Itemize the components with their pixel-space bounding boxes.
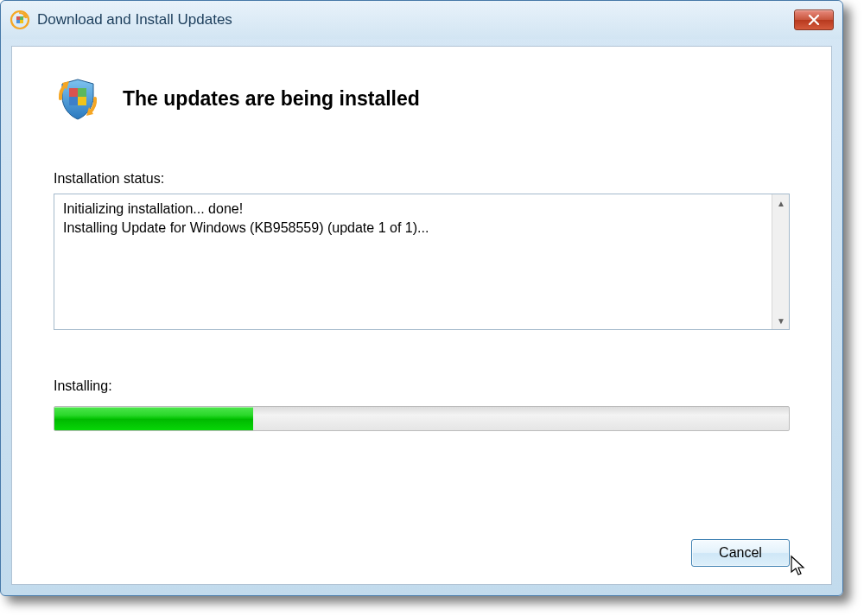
cancel-button[interactable]: Cancel	[691, 539, 790, 567]
window-title: Download and Install Updates	[37, 11, 794, 29]
scroll-down-icon[interactable]: ▼	[774, 314, 788, 327]
dialog-window: Download and Install Updates	[0, 0, 843, 596]
scroll-up-icon[interactable]: ▲	[774, 196, 788, 210]
svg-rect-6	[69, 88, 78, 97]
content-panel: The updates are being installed Installa…	[11, 46, 832, 585]
status-textbox: Initializing installation... done! Insta…	[54, 194, 790, 330]
svg-rect-9	[78, 97, 86, 105]
close-icon	[808, 15, 820, 25]
progress-fill	[54, 407, 253, 430]
svg-rect-3	[20, 16, 23, 20]
progress-bar	[54, 406, 790, 431]
svg-rect-4	[16, 20, 20, 23]
button-row: Cancel	[691, 539, 790, 567]
svg-rect-8	[69, 97, 78, 105]
mouse-cursor-icon	[790, 555, 807, 577]
status-label: Installation status:	[54, 171, 790, 187]
vertical-scrollbar[interactable]: ▲ ▼	[772, 194, 789, 329]
header-row: The updates are being installed	[54, 74, 790, 123]
titlebar[interactable]: Download and Install Updates	[1, 1, 842, 39]
close-button[interactable]	[794, 10, 834, 30]
windows-update-icon	[10, 10, 30, 30]
page-title: The updates are being installed	[123, 87, 420, 111]
status-text: Initializing installation... done! Insta…	[54, 194, 772, 329]
windows-update-large-icon	[54, 74, 102, 123]
progress-label: Installing:	[54, 378, 790, 394]
svg-rect-5	[20, 20, 23, 23]
svg-rect-7	[78, 88, 86, 97]
svg-rect-2	[16, 16, 20, 20]
